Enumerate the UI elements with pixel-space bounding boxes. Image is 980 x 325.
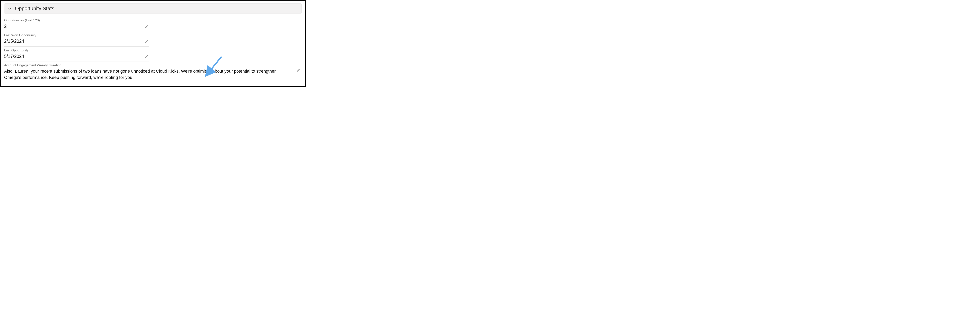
pencil-icon[interactable] [296, 68, 301, 73]
field-last-won-opportunity: Last Won Opportunity 2/15/2024 [4, 34, 149, 46]
field-row: 2 [4, 23, 149, 30]
field-label: Account Engagement Weekly Greeting [4, 63, 302, 67]
field-opportunities-last-120: Opportunities (Last 120) 2 [4, 18, 149, 31]
field-value: 2/15/2024 [4, 38, 24, 45]
field-value: 5/17/2024 [4, 53, 24, 61]
chevron-down-icon [8, 6, 12, 11]
pencil-icon[interactable] [144, 39, 149, 44]
pencil-icon[interactable] [144, 24, 149, 29]
field-row: 5/17/2024 [4, 53, 149, 61]
section-title: Opportunity Stats [15, 5, 54, 11]
field-last-opportunity: Last Opportunity 5/17/2024 [4, 48, 149, 61]
field-value: 2 [4, 23, 7, 30]
opportunity-stats-panel: Opportunity Stats Opportunities (Last 12… [0, 0, 306, 87]
field-row: 2/15/2024 [4, 38, 149, 45]
pencil-icon[interactable] [144, 54, 149, 59]
field-value: Also, Lauren, your recent submissions of… [4, 68, 302, 82]
section-header[interactable]: Opportunity Stats [4, 3, 302, 14]
field-label: Last Opportunity [4, 48, 149, 53]
field-weekly-greeting: Account Engagement Weekly Greeting Also,… [4, 63, 302, 83]
field-label: Opportunities (Last 120) [4, 18, 149, 22]
fields-column: Opportunities (Last 120) 2 Last Won Oppo… [4, 18, 149, 61]
field-label: Last Won Opportunity [4, 34, 149, 37]
